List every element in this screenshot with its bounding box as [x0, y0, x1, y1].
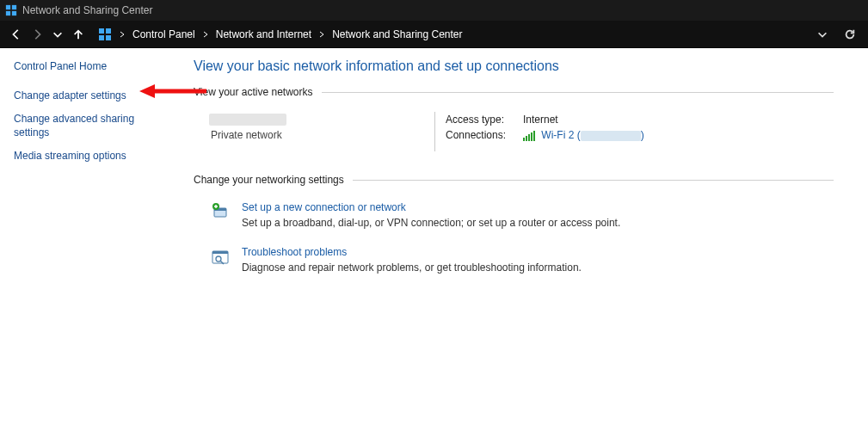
svg-rect-8: [523, 138, 525, 141]
main-panel: View your basic network information and …: [176, 48, 868, 437]
divider: [322, 92, 834, 93]
svg-rect-4: [99, 28, 104, 34]
svg-rect-2: [6, 11, 10, 15]
setup-connection-desc: Set up a broadband, dial-up, or VPN conn…: [242, 217, 620, 229]
breadcrumb: Control Panel Network and Internet Netwo…: [98, 27, 813, 42]
wifi-signal-icon: [523, 129, 535, 141]
refresh-button[interactable]: [840, 25, 859, 44]
sidebar: Control Panel Home Change adapter settin…: [0, 48, 176, 437]
sidebar-link-advanced-sharing[interactable]: Change advanced sharing settings: [14, 113, 163, 139]
sidebar-link-change-adapter[interactable]: Change adapter settings: [14, 89, 163, 103]
svg-rect-0: [6, 5, 10, 9]
svg-rect-5: [106, 28, 111, 34]
svg-rect-3: [12, 11, 16, 15]
breadcrumb-segment[interactable]: Network and Internet: [212, 27, 315, 42]
svg-rect-9: [526, 136, 527, 141]
connection-link[interactable]: Wi-Fi 2 (): [541, 129, 643, 141]
breadcrumb-segment[interactable]: Control Panel: [129, 27, 199, 42]
up-button[interactable]: [69, 25, 88, 44]
access-type-label: Access type:: [446, 114, 523, 126]
svg-rect-12: [533, 131, 535, 141]
recent-locations-button[interactable]: [48, 25, 67, 44]
network-name-redacted: [209, 114, 286, 126]
new-connection-icon: [211, 203, 230, 222]
active-networks-header: View your active networks: [194, 86, 313, 98]
divider: [353, 180, 834, 181]
sidebar-link-media-streaming[interactable]: Media streaming options: [14, 150, 163, 163]
window-titlebar: Network and Sharing Center: [0, 0, 868, 21]
troubleshoot-icon: [211, 248, 230, 267]
svg-rect-17: [212, 251, 228, 254]
svg-rect-1: [12, 5, 16, 9]
svg-rect-7: [106, 35, 111, 40]
network-center-icon: [5, 4, 17, 16]
control-panel-home-link[interactable]: Control Panel Home: [14, 60, 163, 74]
setup-connection-link[interactable]: Set up a new connection or network: [242, 201, 620, 213]
troubleshoot-link[interactable]: Troubleshoot problems: [242, 246, 582, 258]
svg-rect-11: [531, 132, 532, 141]
page-title: View your basic network information and …: [194, 58, 834, 74]
chevron-right-icon[interactable]: [317, 31, 327, 38]
troubleshoot-desc: Diagnose and repair network problems, or…: [242, 262, 582, 274]
networking-settings-header: Change your networking settings: [194, 174, 344, 186]
address-dropdown-button[interactable]: [813, 25, 832, 44]
access-type-value: Internet: [523, 114, 558, 126]
connections-label: Connections:: [446, 129, 523, 141]
chevron-right-icon[interactable]: [200, 31, 211, 38]
svg-rect-6: [99, 35, 104, 40]
svg-rect-10: [528, 134, 530, 141]
forward-button[interactable]: [28, 25, 46, 44]
back-button[interactable]: [7, 25, 26, 44]
chevron-right-icon[interactable]: [117, 31, 127, 38]
ssid-redacted: [581, 131, 641, 141]
network-center-icon: [98, 28, 112, 41]
vertical-divider: [434, 112, 435, 151]
network-type: Private network: [211, 129, 434, 141]
breadcrumb-segment[interactable]: Network and Sharing Center: [329, 27, 465, 42]
nav-toolbar: Control Panel Network and Internet Netwo…: [0, 21, 868, 48]
window-title: Network and Sharing Center: [22, 4, 152, 16]
